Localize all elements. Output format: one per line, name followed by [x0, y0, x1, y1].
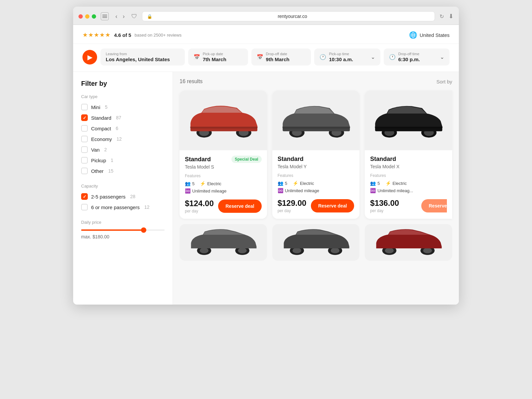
- other-count: 15: [108, 168, 114, 174]
- car-card-tesla-model-y: Standard Tesla Model Y Features 👥 5: [272, 90, 360, 219]
- card-footer-x: $136.00 per day Reserve: [370, 199, 447, 213]
- location-field[interactable]: Leaving from Los Angeles, United States: [100, 49, 185, 66]
- dropoff-time-value: 6:30 p.m.: [398, 57, 420, 62]
- filter-item-compact[interactable]: Compact 6: [81, 125, 165, 132]
- pickup-date-field[interactable]: 📅 Pick-up date 7th March: [188, 49, 248, 66]
- navigation-buttons: ‹ ›: [113, 12, 127, 21]
- filter-item-economy[interactable]: Economy 12: [81, 136, 165, 142]
- results-area: 16 results Sort by: [173, 72, 459, 305]
- main-layout: Filter by Car type Mini 5 Standard 87: [73, 72, 459, 305]
- url-display: rentyourcar.co: [155, 14, 430, 19]
- clock-icon-2: 🕐: [389, 54, 396, 60]
- passengers-count-x: 5: [377, 181, 380, 186]
- price-slider-track[interactable]: [81, 229, 165, 231]
- filter-item-pickup[interactable]: Pickup 1: [81, 157, 165, 164]
- compact-checkbox[interactable]: [81, 125, 88, 132]
- per-day-y: per day: [278, 208, 307, 213]
- mileage-text-s: Unlimited mileage: [192, 189, 226, 194]
- filter-item-6-plus-passengers[interactable]: 6 or more passengers 12: [81, 204, 165, 210]
- calendar-icon: 📅: [194, 54, 200, 60]
- passengers-icon-s: 👥: [185, 181, 191, 186]
- dropoff-time-label: Drop-off time: [398, 52, 420, 56]
- passengers-feature-x: 👥 5: [370, 181, 380, 186]
- browser-chrome: ‹ › 🛡 🔒 rentyourcar.co ↻ ⬇: [73, 7, 459, 25]
- special-deal-badge: Special Deal: [231, 156, 262, 163]
- close-button[interactable]: [78, 14, 83, 19]
- svg-point-25: [331, 248, 339, 253]
- passengers-icon-x: 👥: [370, 181, 376, 186]
- pickup-date-label: Pick-up date: [203, 52, 226, 56]
- sort-by-button[interactable]: Sort by: [436, 79, 452, 84]
- reserve-button-model-s[interactable]: Reserve deal: [218, 200, 261, 213]
- car-type-label: Car type: [81, 94, 165, 99]
- 2-5-passengers-count: 28: [130, 194, 135, 199]
- refresh-button[interactable]: ↻: [440, 13, 444, 20]
- filter-item-standard[interactable]: Standard 87: [81, 114, 165, 121]
- filter-item-mini[interactable]: Mini 5: [81, 104, 165, 110]
- price-slider-thumb[interactable]: [141, 227, 146, 233]
- standard-checkbox[interactable]: [81, 114, 88, 121]
- price-filter-section: Daily price max. $180.00: [81, 220, 165, 239]
- compact-label: Compact: [91, 126, 111, 131]
- reserve-button-model-y[interactable]: Reserve deal: [311, 199, 354, 212]
- standard-count: 87: [116, 115, 121, 120]
- download-button[interactable]: ⬇: [449, 13, 454, 20]
- pickup-time-field[interactable]: 🕐 Pick-up time 10:30 a.m. ⌄: [314, 49, 380, 66]
- price-label: Daily price: [81, 220, 165, 225]
- mini-label: Mini: [91, 104, 100, 110]
- passengers-count-y: 5: [285, 181, 287, 186]
- chevron-down-icon-2: ⌄: [440, 54, 444, 60]
- card-header-model-x: Standard: [370, 156, 447, 163]
- fuel-icon-x: ⚡: [385, 181, 391, 186]
- mileage-icon-y: ♾️: [278, 188, 283, 193]
- price-section-y: $129.00 per day: [278, 199, 307, 213]
- results-header: 16 results Sort by: [180, 78, 452, 84]
- dropoff-date-field[interactable]: 📅 Drop-off date 9th March: [251, 49, 311, 66]
- forward-button[interactable]: ›: [121, 12, 127, 21]
- fuel-icon-y: ⚡: [293, 181, 298, 186]
- star-rating: ★★★★★: [82, 31, 111, 39]
- mileage-feature-y: ♾️ Unlimited mileage: [278, 188, 319, 193]
- economy-checkbox[interactable]: [81, 136, 88, 142]
- car-image-model-s: [180, 97, 267, 144]
- fuel-type-s: Electric: [207, 181, 221, 186]
- features-label-x: Features: [370, 173, 447, 178]
- lock-icon: 🔒: [147, 14, 152, 19]
- 6-plus-passengers-label: 6 or more passengers: [91, 204, 140, 210]
- fuel-type-y: Electric: [300, 181, 314, 186]
- filter-item-van[interactable]: Van 2: [81, 146, 165, 153]
- pickup-date-value: 7th March: [203, 57, 226, 62]
- price-section-x: $136.00 per day: [370, 199, 399, 213]
- address-bar[interactable]: 🔒 rentyourcar.co: [142, 11, 435, 21]
- sidebar-toggle-button[interactable]: [101, 12, 109, 20]
- dropoff-date-label: Drop-off date: [266, 52, 290, 56]
- fullscreen-button[interactable]: [92, 14, 96, 19]
- car-image-area-model-y: [272, 90, 360, 150]
- pickup-checkbox[interactable]: [81, 157, 88, 164]
- back-button[interactable]: ‹: [113, 12, 119, 21]
- bottom-card-2: [272, 224, 360, 261]
- bottom-car-image-1: [180, 227, 267, 257]
- mileage-feature-s: ♾️ Unlimited mileage: [185, 188, 226, 194]
- filter-item-2-5-passengers[interactable]: 2-5 passengers 28: [81, 193, 165, 200]
- 6-plus-passengers-checkbox[interactable]: [81, 204, 88, 210]
- van-count: 2: [104, 147, 107, 152]
- 2-5-passengers-label: 2-5 passengers: [91, 194, 125, 200]
- top-bar: ★★★★★ 4.6 of 5 based on 2500+ reviews 🌐 …: [73, 25, 459, 44]
- 2-5-passengers-checkbox[interactable]: [81, 193, 88, 200]
- minimize-button[interactable]: [85, 14, 89, 19]
- filter-item-other[interactable]: Other 15: [81, 168, 165, 174]
- van-checkbox[interactable]: [81, 146, 88, 153]
- mini-checkbox[interactable]: [81, 104, 88, 110]
- location-label: Leaving from: [106, 52, 180, 56]
- svg-rect-1: [102, 16, 107, 17]
- fuel-feature-x: ⚡ Electric: [385, 181, 407, 186]
- card-model-y: Tesla Model Y: [278, 164, 354, 169]
- dropoff-time-field[interactable]: 🕐 Drop-off time 6:30 p.m. ⌄: [384, 49, 450, 66]
- passengers-feature-s: 👥 5: [185, 181, 195, 186]
- region-selector[interactable]: 🌐 United States: [409, 31, 450, 39]
- other-checkbox[interactable]: [81, 168, 88, 174]
- reserve-button-model-x[interactable]: Reserve: [421, 199, 447, 212]
- card-type-model-x: Standard: [370, 156, 396, 163]
- economy-label: Economy: [91, 136, 112, 142]
